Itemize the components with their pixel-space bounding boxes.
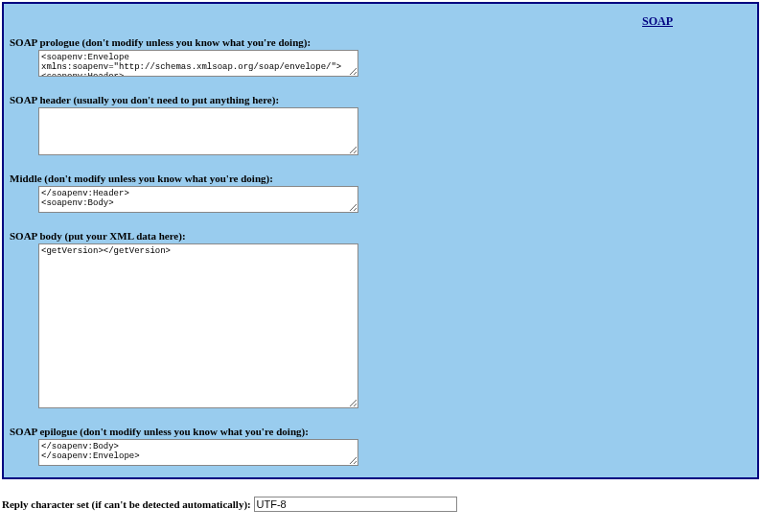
prologue-textarea[interactable] bbox=[38, 50, 358, 77]
body-label: SOAP body (put your XML data here): bbox=[10, 230, 755, 242]
soap-header-row: SOAP header (usually you don't need to p… bbox=[10, 94, 755, 159]
soap-header-label: SOAP header (usually you don't need to p… bbox=[10, 94, 755, 105]
body-textarea[interactable] bbox=[38, 243, 358, 408]
epilogue-label: SOAP epilogue (don't modify unless you k… bbox=[10, 426, 755, 437]
charset-label: Reply character set (if can't be detecte… bbox=[2, 498, 251, 510]
charset-row: Reply character set (if can't be detecte… bbox=[2, 497, 761, 512]
prologue-label: SOAP prologue (don't modify unless you k… bbox=[10, 36, 755, 48]
middle-textarea[interactable] bbox=[38, 186, 358, 213]
prologue-row: SOAP prologue (don't modify unless you k… bbox=[10, 36, 755, 81]
body-row: SOAP body (put your XML data here): bbox=[10, 230, 755, 412]
charset-input[interactable] bbox=[254, 497, 457, 512]
epilogue-row: SOAP epilogue (don't modify unless you k… bbox=[10, 426, 755, 470]
epilogue-textarea[interactable] bbox=[38, 439, 358, 466]
middle-label: Middle (don't modify unless you know wha… bbox=[10, 173, 755, 184]
soap-link[interactable]: SOAP bbox=[642, 14, 673, 28]
middle-row: Middle (don't modify unless you know wha… bbox=[10, 173, 755, 217]
soap-panel: SOAP SOAP prologue (don't modify unless … bbox=[2, 2, 759, 479]
soap-header-textarea[interactable] bbox=[38, 107, 358, 155]
header-link-row: SOAP bbox=[6, 12, 755, 29]
